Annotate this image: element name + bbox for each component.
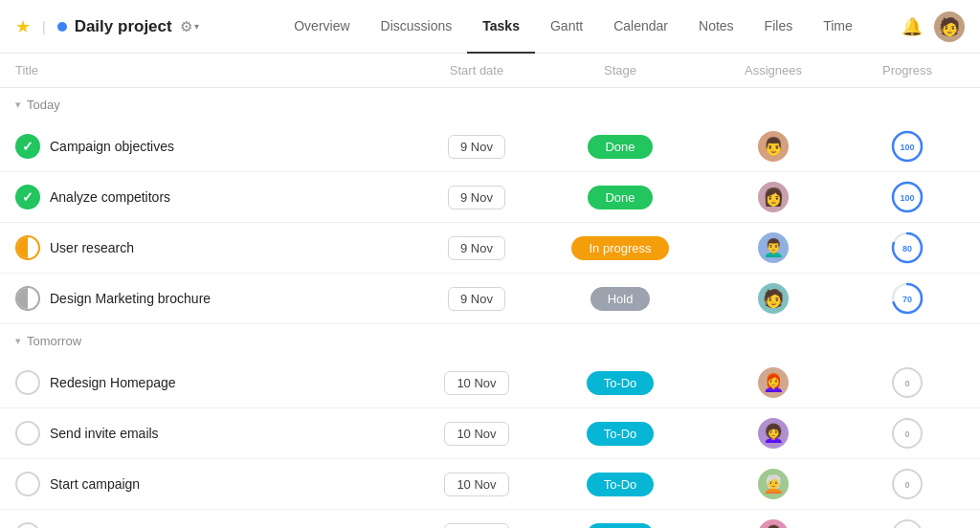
task-title-cell: Analyze competitors <box>15 185 410 209</box>
stage-badge: In progress <box>571 236 668 260</box>
status-empty-icon[interactable] <box>15 472 40 496</box>
tab-calendar[interactable]: Calendar <box>598 0 683 54</box>
tab-files[interactable]: Files <box>749 0 809 54</box>
task-title-cell: Design Marketing brochure <box>15 286 410 311</box>
table-row: Send invite emails 10 Nov To-Do 👩‍🦱 0 <box>0 408 980 459</box>
task-title-cell: Send invite emails <box>15 421 410 446</box>
tab-tasks[interactable]: Tasks <box>467 0 535 54</box>
status-empty-icon[interactable] <box>15 522 40 528</box>
progress-cell: 0 <box>850 365 965 400</box>
progress-ring: 0 <box>890 467 924 501</box>
status-done-icon[interactable] <box>15 134 40 159</box>
table-row: User research 9 Nov In progress 👨‍🦱 80 <box>0 223 980 274</box>
tab-gantt[interactable]: Gantt <box>535 0 598 54</box>
chevron-icon: ▾ <box>15 99 21 111</box>
svg-text:70: 70 <box>902 295 912 304</box>
stage-cell: Hold <box>544 287 697 311</box>
status-hold-icon[interactable] <box>15 286 40 311</box>
assignee-cell: 🧑 <box>697 283 850 314</box>
col-title: Title <box>15 63 410 77</box>
chevron-down-icon: ▾ <box>194 21 199 32</box>
assignee-cell: 👨 <box>697 131 850 162</box>
progress-cell: 100 <box>850 180 965 214</box>
section-today[interactable]: ▾ Today <box>0 88 980 121</box>
status-in-progress-icon[interactable] <box>15 235 40 260</box>
date-cell: 9 Nov <box>410 287 544 311</box>
svg-text:0: 0 <box>904 429 909 439</box>
table-header: Title Start date Stage Assignees Progres… <box>0 54 980 88</box>
progress-cell: 0 <box>850 467 965 501</box>
settings-button[interactable]: ⚙ ▾ <box>180 18 199 35</box>
table-row: Analyze progress 10 Nov To-Do 👩‍🎤 0 <box>0 510 980 528</box>
table-row: Redesign Homepage 10 Nov To-Do 👩‍🦰 0 <box>0 358 980 408</box>
date-badge: 10 Nov <box>444 371 508 395</box>
project-name: Daily project <box>75 17 172 36</box>
date-badge: 10 Nov <box>444 422 508 446</box>
svg-text:0: 0 <box>904 480 909 490</box>
stage-badge: To-Do <box>587 422 655 446</box>
stage-cell: To-Do <box>544 371 697 395</box>
task-title: User research <box>50 240 134 255</box>
project-dot <box>57 22 67 32</box>
progress-cell: 70 <box>850 281 965 316</box>
date-cell: 9 Nov <box>410 186 544 209</box>
nav-tabs: Overview Discussions Tasks Gantt Calenda… <box>245 0 902 54</box>
stage-cell: To-Do <box>544 473 697 496</box>
user-avatar[interactable]: 🧑 <box>934 11 965 42</box>
bell-icon[interactable]: 🔔 <box>902 16 923 37</box>
header-left: ★ | Daily project ⚙ ▾ <box>15 16 245 37</box>
task-title-cell: User research <box>15 235 410 260</box>
table-row: Start campaign 10 Nov To-Do 🧑‍🦳 0 <box>0 459 980 510</box>
task-title-cell: Redesign Homepage <box>15 370 410 395</box>
section-tomorrow[interactable]: ▾ Tomorrow <box>0 324 980 358</box>
header: ★ | Daily project ⚙ ▾ Overview Discussio… <box>0 0 980 54</box>
svg-text:80: 80 <box>902 244 912 253</box>
date-cell: 10 Nov <box>410 422 544 446</box>
svg-text:100: 100 <box>900 193 914 203</box>
task-title-cell: Start campaign <box>15 472 410 496</box>
table-row: Campaign objectives 9 Nov Done 👨 100 <box>0 121 980 172</box>
date-cell: 10 Nov <box>410 523 544 529</box>
col-start-date: Start date <box>410 63 544 77</box>
date-badge: 9 Nov <box>448 236 505 260</box>
progress-ring: 0 <box>890 365 924 400</box>
date-cell: 9 Nov <box>410 135 544 159</box>
date-cell: 9 Nov <box>410 236 544 260</box>
tab-discussions[interactable]: Discussions <box>366 0 468 54</box>
date-badge: 9 Nov <box>448 135 505 159</box>
date-cell: 10 Nov <box>410 371 544 395</box>
tab-notes[interactable]: Notes <box>683 0 749 54</box>
date-badge: 9 Nov <box>448 186 505 209</box>
col-assignees: Assignees <box>697 63 850 77</box>
stage-cell: Done <box>544 135 697 159</box>
progress-cell: 80 <box>850 231 965 265</box>
task-title-cell: Analyze progress <box>15 522 410 528</box>
star-icon[interactable]: ★ <box>15 16 31 37</box>
date-badge: 9 Nov <box>448 287 505 311</box>
progress-ring: 0 <box>890 416 924 451</box>
tab-time[interactable]: Time <box>808 0 868 54</box>
svg-point-18 <box>893 520 922 528</box>
stage-badge: To-Do <box>587 523 655 529</box>
section-today-label: Today <box>27 98 60 112</box>
header-right: 🔔 🧑 <box>902 11 965 42</box>
assignee-avatar: 👨 <box>758 131 789 162</box>
task-title: Campaign objectives <box>50 139 174 154</box>
status-empty-icon[interactable] <box>15 370 40 395</box>
assignee-cell: 👩 <box>697 182 850 212</box>
assignee-avatar: 👩‍🦰 <box>758 367 789 398</box>
progress-ring: 80 <box>890 231 924 265</box>
tab-overview[interactable]: Overview <box>278 0 365 54</box>
stage-badge: Done <box>588 186 652 209</box>
assignee-avatar: 👨‍🦱 <box>758 232 789 263</box>
assignee-avatar: 👩 <box>758 182 789 212</box>
status-empty-icon[interactable] <box>15 421 40 446</box>
status-done-icon[interactable] <box>15 185 40 209</box>
stage-cell: In progress <box>544 236 697 260</box>
table-row: Design Marketing brochure 9 Nov Hold 🧑 7… <box>0 274 980 324</box>
stage-cell: To-Do <box>544 422 697 446</box>
section-tomorrow-label: Tomorrow <box>27 334 81 348</box>
assignee-avatar: 🧑‍🦳 <box>758 469 789 499</box>
stage-badge: Hold <box>590 287 651 311</box>
date-badge: 10 Nov <box>444 473 508 496</box>
